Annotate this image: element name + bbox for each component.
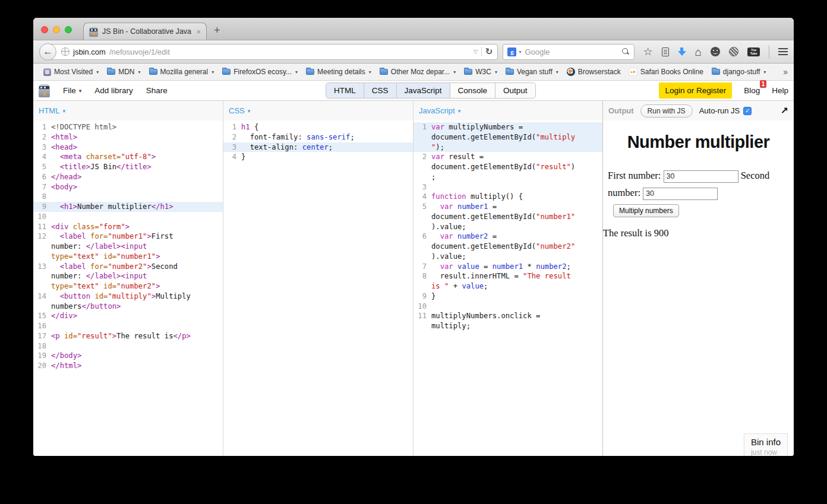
code-line[interactable]: 5 var number1 = — [414, 202, 602, 212]
code-line[interactable]: 3<head> — [33, 142, 223, 153]
tab-close-icon[interactable]: × — [196, 28, 201, 36]
code-line[interactable]: document.getElementById("result") — [414, 162, 602, 172]
bookmark-django-stuff[interactable]: django-stuff▾ — [708, 66, 771, 78]
code-line[interactable]: document.getElementById("number1" — [414, 212, 602, 222]
code-line[interactable]: 1<!DOCTYPE html> — [33, 122, 223, 132]
browser-tab[interactable]: JS Bin - Collaborative Java... × — [83, 23, 207, 40]
add-library-menu[interactable]: Add library — [94, 86, 133, 95]
css-panel-menu[interactable]: CSS▾ — [229, 106, 250, 115]
code-line[interactable]: 2<html> — [33, 132, 223, 142]
code-line[interactable]: multiply; — [414, 321, 602, 331]
code-line[interactable]: ).value; — [414, 222, 602, 232]
code-line[interactable]: 2 font-family: sans-serif; — [223, 132, 413, 142]
code-line[interactable]: document.getElementById("number2" — [414, 242, 602, 252]
code-line[interactable]: 7<body> — [33, 182, 223, 192]
html-panel-menu[interactable]: HTML▾ — [39, 106, 65, 115]
search-bar[interactable]: g ▾ — [503, 44, 635, 60]
google-search-engine-icon[interactable]: g — [507, 47, 516, 56]
javascript-panel-menu[interactable]: JavaScript▾ — [419, 106, 460, 115]
back-button[interactable]: ← — [39, 43, 56, 61]
code-line[interactable]: 5 <title>JS Bin</title> — [33, 162, 223, 172]
panel-toggle-html[interactable]: HTML — [326, 83, 364, 99]
bookmarks-overflow-chevron-icon[interactable]: » — [783, 67, 788, 77]
youtube-icon[interactable]: YouTube — [747, 47, 760, 56]
autorun-checkbox[interactable]: ✓ — [743, 107, 752, 115]
url-dropdown-icon[interactable]: ▽ — [474, 49, 478, 55]
code-line[interactable]: 3 — [414, 182, 602, 192]
code-line[interactable]: 17<p id="result">The result is</p> — [33, 331, 223, 341]
panel-toggle-css[interactable]: CSS — [364, 83, 397, 99]
code-line[interactable]: 12 <label for="number1">First — [33, 232, 223, 242]
zoom-window-button[interactable] — [65, 26, 72, 33]
code-line[interactable]: 16 — [33, 321, 223, 331]
jsbin-logo-icon[interactable] — [39, 84, 50, 97]
code-line[interactable]: type="text" id="number1"> — [33, 252, 223, 262]
css-code-editor[interactable]: 1h1 {2 font-family: sans-serif;3 text-al… — [223, 121, 413, 162]
file-menu[interactable]: File▾ — [63, 86, 81, 95]
multiply-numbers-button[interactable]: Multiply numbers — [613, 204, 679, 217]
downloads-icon[interactable] — [678, 47, 686, 56]
code-line[interactable]: ; — [414, 172, 602, 182]
code-line[interactable]: 10 — [414, 302, 602, 312]
code-line[interactable]: 13 <label for="number2">Second — [33, 262, 223, 272]
popout-arrow-icon[interactable]: ↗ — [781, 105, 788, 116]
code-line[interactable]: 6</head> — [33, 172, 223, 182]
search-icon[interactable] — [621, 47, 630, 56]
search-input[interactable] — [523, 47, 619, 57]
share-menu[interactable]: Share — [146, 86, 168, 95]
code-line[interactable]: 4function multiply() { — [414, 192, 602, 202]
code-line[interactable]: 3 text-align: center; — [223, 142, 413, 153]
code-line[interactable]: 2var result = — [414, 152, 602, 162]
code-line[interactable]: document.getElementById("multiply — [414, 132, 602, 142]
code-line[interactable]: 4 <meta charset="utf-8"> — [33, 152, 223, 162]
close-window-button[interactable] — [41, 26, 48, 33]
blog-link[interactable]: Blog1 — [744, 86, 760, 95]
code-line[interactable]: numbers</button> — [33, 302, 223, 312]
home-icon[interactable]: ⌂ — [695, 46, 702, 58]
help-link[interactable]: Help — [772, 86, 788, 95]
panel-toggle-console[interactable]: Console — [450, 83, 496, 99]
bookmark-vegan-stuff[interactable]: Vegan stuff▾ — [501, 66, 563, 78]
menu-hamburger-icon[interactable] — [778, 48, 788, 49]
addon-globe-icon[interactable] — [729, 47, 738, 56]
code-line[interactable]: 15</div> — [33, 311, 223, 321]
code-line[interactable]: 8 — [33, 192, 223, 202]
minimize-window-button[interactable] — [53, 26, 60, 33]
bookmark-mdn[interactable]: MDN▾ — [103, 66, 144, 78]
code-line[interactable]: 9} — [414, 291, 602, 302]
autorun-toggle[interactable]: Auto-run JS ✓ — [699, 106, 752, 115]
code-line[interactable]: is " + value; — [414, 281, 602, 291]
feedback-smiley-icon[interactable] — [711, 47, 720, 56]
run-with-js-button[interactable]: Run with JS — [640, 104, 693, 118]
code-line[interactable]: type="text" id="number2"> — [33, 281, 223, 291]
code-line[interactable]: 20</html> — [33, 361, 223, 371]
bookmark-browserstack[interactable]: Browserstack — [563, 66, 625, 78]
code-line[interactable]: ).value; — [414, 252, 602, 262]
login-register-button[interactable]: Login or Register — [659, 83, 732, 99]
bookmark-star-icon[interactable]: ☆ — [643, 46, 652, 57]
code-line[interactable]: 7 var value = number1 * number2; — [414, 262, 602, 272]
javascript-code-editor[interactable]: 1var multiplyNumbers =document.getElemen… — [414, 121, 602, 331]
code-line[interactable]: 11<div class="form"> — [33, 222, 223, 232]
second-number-input[interactable] — [643, 188, 718, 200]
code-line[interactable]: 8 result.innerHTML = "The result — [414, 271, 602, 281]
code-line[interactable]: 1var multiplyNumbers = — [414, 122, 602, 132]
first-number-input[interactable] — [664, 170, 738, 183]
code-line[interactable]: 9 <h1>Number multiplier</h1> — [33, 202, 223, 212]
code-line[interactable]: 1h1 { — [223, 122, 413, 132]
code-line[interactable]: 14 <button id="multiply">Multiply — [33, 291, 223, 302]
code-line[interactable]: "); — [414, 142, 602, 153]
code-line[interactable]: 11multiplyNumbers.onclick = — [414, 311, 602, 321]
code-line[interactable]: 6 var number2 = — [414, 232, 602, 242]
code-line[interactable]: 10 — [33, 212, 223, 222]
code-line[interactable]: number: </label><input — [33, 271, 223, 281]
bin-info-box[interactable]: Bin info just now — [744, 433, 788, 456]
html-code-editor[interactable]: 1<!DOCTYPE html>2<html>3<head>4 <meta ch… — [33, 121, 223, 371]
bookmark-meeting-details[interactable]: Meeting details▾ — [302, 66, 375, 78]
url-bar[interactable]: jsbin.com /nefosuvoje/1/edit ▽ ↻ — [48, 44, 498, 60]
new-tab-button[interactable]: + — [214, 24, 220, 37]
bookmark-other-moz-depar[interactable]: Other Moz depar...▾ — [375, 66, 460, 78]
search-engine-caret-icon[interactable]: ▾ — [519, 49, 521, 55]
bookmark-mozilla-general[interactable]: Mozilla general▾ — [145, 66, 219, 78]
bookmark-firefoxos-ecosy[interactable]: FirefoxOS ecosy...▾ — [218, 66, 302, 78]
